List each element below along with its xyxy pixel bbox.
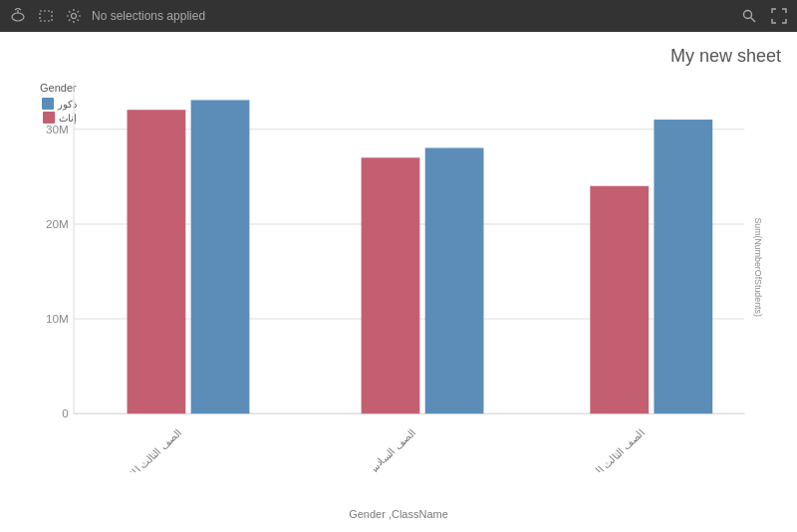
svg-text:0: 0 — [62, 408, 69, 419]
bar-g3-female[interactable] — [590, 186, 649, 413]
toolbar: No selections applied — [0, 0, 797, 32]
toolbar-left: No selections applied — [8, 6, 205, 26]
toolbar-right — [739, 6, 789, 26]
bar-g3-male[interactable] — [654, 120, 712, 413]
svg-text:10M: 10M — [46, 313, 69, 324]
svg-rect-2 — [40, 11, 52, 21]
search-icon[interactable] — [739, 6, 759, 26]
sheet-title: My new sheet — [670, 46, 781, 67]
settings-icon[interactable] — [64, 6, 84, 26]
x-axis-label: Gender ,ClassName — [349, 508, 448, 520]
svg-text:الصف الثالث المتوسط: الصف الثالث المتوسط — [570, 427, 648, 472]
bar-g2-male[interactable] — [425, 147, 484, 413]
chart-container: Gender ذكور إناث — [10, 72, 787, 472]
bar-g1-male[interactable] — [191, 100, 250, 413]
svg-text:20M: 20M — [46, 218, 69, 229]
svg-point-3 — [72, 14, 77, 19]
svg-text:الصف الثالث الابتدائي: الصف الثالث الابتدائي — [110, 427, 183, 472]
toolbar-status: No selections applied — [92, 9, 205, 23]
bar-g2-female[interactable] — [362, 157, 420, 413]
svg-point-0 — [12, 13, 24, 21]
main-content: My new sheet Gender ذكور إناث — [0, 32, 797, 532]
svg-line-5 — [751, 18, 756, 23]
lasso-icon[interactable] — [8, 6, 28, 26]
svg-text:Sum(NumberOfStudents): Sum(NumberOfStudents) — [753, 217, 763, 316]
svg-text:30M: 30M — [46, 124, 69, 134]
svg-text:الصف السادس الابتدائي: الصف السادس الابتدائي — [338, 427, 419, 472]
bar-g1-female[interactable] — [128, 110, 186, 413]
rectangle-select-icon[interactable] — [36, 6, 56, 26]
chart-svg: 0 10M 20M 30M الصف الثالث الابتدائي — [10, 72, 787, 472]
fullscreen-icon[interactable] — [769, 6, 789, 26]
svg-point-4 — [744, 11, 752, 19]
